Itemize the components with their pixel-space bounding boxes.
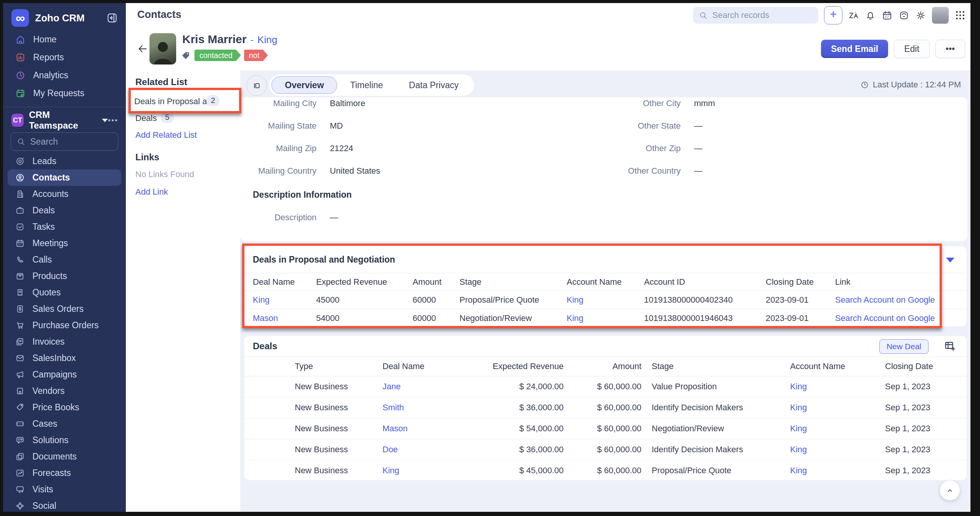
sidebar-module-item[interactable]: Forecasts <box>3 465 126 481</box>
contact-details-card: Mailing City Baltimore Other City mmm Ma… <box>240 97 967 241</box>
feedback-face-icon[interactable] <box>898 10 909 21</box>
home-icon <box>15 34 26 45</box>
sidebar-top-item[interactable]: Analytics <box>3 66 126 84</box>
tab-timeline[interactable]: Timeline <box>337 77 396 94</box>
account-name-link[interactable]: King <box>567 295 644 305</box>
amount-value: $ 60,000.00 <box>564 466 641 476</box>
deal-name-link[interactable]: King <box>253 295 316 305</box>
account-name-link[interactable]: King <box>790 445 885 455</box>
deal-name-link[interactable]: Jane <box>382 382 458 392</box>
closing-date-value: Sep 1, 2023 <box>885 403 967 413</box>
add-link-link[interactable]: Add Link <box>135 187 168 197</box>
account-name-link[interactable]: King <box>790 424 885 434</box>
contacts-icon <box>15 173 25 182</box>
deal-name-link[interactable]: Mason <box>382 424 458 434</box>
send-email-button[interactable]: Send Email <box>821 40 888 58</box>
account-name-link[interactable]: King <box>790 466 885 476</box>
notifications-bell-icon[interactable] <box>865 10 876 21</box>
search-account-google-link[interactable]: Search Account on Google <box>835 295 967 305</box>
main-content: Overview Timeline Data Privacy Last Upda… <box>240 71 970 512</box>
sidebar-top-item[interactable]: Home <box>3 31 126 48</box>
sidebar-module-item[interactable]: Purchase Orders <box>3 317 126 334</box>
deals-card-header: Deals New Deal <box>244 336 967 357</box>
collapse-section-caret-icon[interactable] <box>946 258 954 263</box>
scroll-to-top-button[interactable] <box>940 481 960 500</box>
sidebar-module-item[interactable]: Invoices <box>3 334 126 350</box>
sidebar-module-item[interactable]: SalesInbox <box>3 350 126 366</box>
sidebar-search-input[interactable] <box>29 136 100 147</box>
last-update-text: Last Update : 12:44 PM <box>873 80 961 90</box>
sidebar-module-item[interactable]: Solutions <box>3 432 126 448</box>
new-deal-button[interactable]: New Deal <box>879 339 929 354</box>
sidebar-module-item[interactable]: Deals <box>3 202 126 219</box>
sidebar-module-item[interactable]: Calls <box>3 252 126 268</box>
sidebar-module-item[interactable]: Accounts <box>3 186 126 202</box>
sidebar-top-item[interactable]: My Requests <box>3 84 126 102</box>
contact-photo[interactable] <box>149 33 176 64</box>
analytics-icon <box>15 70 26 81</box>
sidebar-module-item[interactable]: Leads <box>3 153 126 169</box>
card-view-button[interactable] <box>246 75 267 96</box>
sidebar-module-label: Meetings <box>32 238 68 248</box>
related-list-item-deals[interactable]: Deals <box>135 113 157 123</box>
edit-button[interactable]: Edit <box>894 40 930 58</box>
deal-row: New Business Mason $ 54,000.00 $ 60,000.… <box>244 418 967 439</box>
sidebar-search[interactable] <box>11 132 118 151</box>
sidebar-module-item[interactable]: Quotes <box>3 284 126 301</box>
sidebar-top-item[interactable]: Reports <box>3 48 126 66</box>
field-value: — <box>694 121 967 131</box>
sidebar-module-label: Deals <box>32 205 55 216</box>
account-name-link[interactable]: King <box>790 403 885 413</box>
sidebar-module-item[interactable]: Campaigns <box>3 366 126 383</box>
sidebar-module-item[interactable]: Products <box>3 268 126 284</box>
proposal-deal-row: Mason 54000 60000 Negotiation/Review Kin… <box>244 309 967 327</box>
account-name-link[interactable]: King <box>567 313 644 323</box>
deal-name-link[interactable]: Mason <box>253 313 316 323</box>
back-arrow-icon[interactable] <box>137 43 149 55</box>
add-related-list-link[interactable]: Add Related List <box>135 130 197 140</box>
account-name-link[interactable]: King <box>790 382 885 392</box>
sidebar-module-item[interactable]: Price Books <box>3 399 126 416</box>
search-records-input[interactable] <box>712 10 797 21</box>
stage-value: Proposal/Price Quote <box>641 466 790 476</box>
search-icon <box>699 11 708 20</box>
tab-data-privacy[interactable]: Data Privacy <box>396 77 471 94</box>
sidebar-module-item[interactable]: Documents <box>3 448 126 465</box>
teamspace-menu-icon[interactable]: ••• <box>108 116 118 125</box>
search-records-box[interactable] <box>693 7 818 24</box>
settings-gear-icon[interactable] <box>915 10 926 21</box>
add-record-button[interactable]: + <box>824 6 842 24</box>
sidebar-module-item[interactable]: Visits <box>3 481 126 498</box>
search-account-google-link[interactable]: Search Account on Google <box>835 313 967 323</box>
field-value: mmm <box>694 98 967 108</box>
add-column-icon[interactable] <box>944 340 956 352</box>
teamspace-row[interactable]: CT CRM Teamspace ••• <box>3 111 126 129</box>
deal-name-link[interactable]: King <box>382 466 458 476</box>
more-actions-button[interactable]: ••• <box>935 40 965 58</box>
name-separator: - <box>250 34 254 46</box>
deals-card: Deals New Deal Type Deal Name Expected R… <box>244 336 967 480</box>
tab-overview[interactable]: Overview <box>272 76 337 94</box>
detail-row: Mailing Zip 21224 Other Zip — <box>240 137 967 160</box>
visits-icon <box>15 485 25 494</box>
sidebar-module-item[interactable]: Meetings <box>3 235 126 252</box>
related-list-item-proposal[interactable]: Deals in Proposal a... <box>134 97 214 106</box>
sidebar-module-item[interactable]: Contacts <box>8 169 121 186</box>
app-grid-icon[interactable] <box>954 10 966 21</box>
account-link[interactable]: King <box>257 34 277 46</box>
deal-name-link[interactable]: Doe <box>382 445 458 455</box>
chevron-down-icon[interactable] <box>102 119 108 122</box>
sidebar-module-item[interactable]: Tasks <box>3 219 126 235</box>
closing-date-value: Sep 1, 2023 <box>885 445 967 455</box>
deal-name-link[interactable]: Smith <box>382 403 458 413</box>
detail-row: Mailing Country United States Other Coun… <box>240 160 967 182</box>
field-value: Baltimore <box>330 98 580 108</box>
collapse-sidebar-icon[interactable] <box>106 12 118 24</box>
sidebar-module-item[interactable]: Social <box>3 498 126 512</box>
calendar-icon[interactable] <box>882 10 893 21</box>
sidebar-module-item[interactable]: Vendors <box>3 383 126 399</box>
user-avatar[interactable] <box>932 7 949 24</box>
zia-icon[interactable] <box>848 10 859 21</box>
sidebar-module-item[interactable]: Sales Orders <box>3 301 126 317</box>
sidebar-module-item[interactable]: Cases <box>3 416 126 432</box>
